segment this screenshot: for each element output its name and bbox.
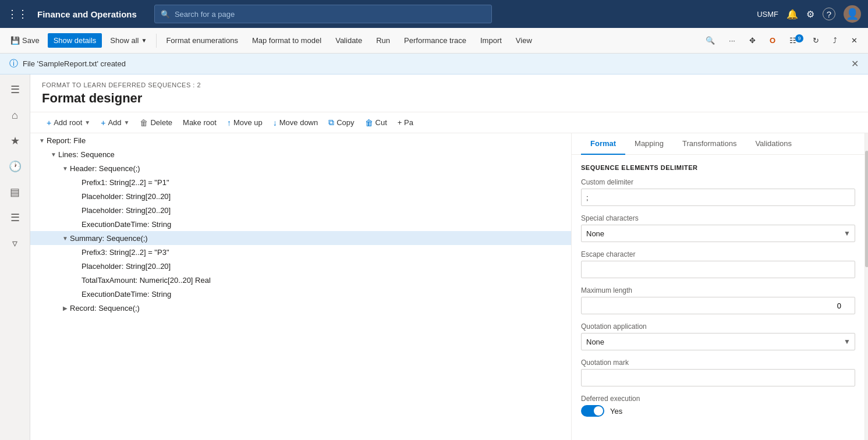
toolbar-apps-button[interactable]: ☷9 — [784, 33, 805, 48]
deferred-execution-toggle[interactable] — [581, 405, 604, 417]
info-message: File 'SampleReport.txt' created — [23, 59, 126, 68]
tree-item[interactable]: ▼Summary: Sequence(;) — [30, 231, 571, 245]
sidebar-icon-star[interactable]: ★ — [5, 130, 26, 151]
quotation-mark-group: Quotation mark — [581, 359, 855, 386]
cut-label: Cut — [375, 118, 387, 127]
tab-format[interactable]: Format — [581, 133, 625, 155]
special-characters-group: Special characters None CR LF CRLF ▼ — [581, 214, 855, 242]
escape-character-input[interactable] — [581, 261, 855, 278]
help-icon[interactable]: ? — [823, 8, 835, 20]
form-panel: SEQUENCE ELEMENTS DELIMITER Custom delim… — [572, 155, 865, 440]
cut-button[interactable]: 🗑 Cut — [360, 115, 392, 130]
right-scrollbar[interactable] — [865, 133, 868, 440]
performance-trace-button[interactable]: Performance trace — [398, 33, 472, 48]
toolbar-search-button[interactable]: 🔍 — [700, 33, 721, 48]
right-scrollbar-thumb[interactable] — [865, 151, 868, 267]
quotation-application-group: Quotation application None Always When n… — [581, 322, 855, 350]
delete-icon: 🗑 — [140, 118, 148, 127]
validate-button[interactable]: Validate — [330, 33, 368, 48]
view-button[interactable]: View — [510, 33, 538, 48]
tree-item[interactable]: Placeholder: String[20..20] — [30, 259, 571, 273]
tree-toggle[interactable]: ▶ — [61, 303, 70, 313]
tab-transformations[interactable]: Transformations — [673, 133, 746, 155]
tree-item[interactable]: Placeholder: String[20..20] — [30, 189, 571, 203]
tree-item[interactable]: ExecutionDateTime: String — [30, 287, 571, 301]
toolbar-close-button[interactable]: ✕ — [845, 33, 863, 48]
view-label: View — [516, 36, 532, 45]
add-button[interactable]: + Add ▼ — [96, 115, 134, 130]
run-button[interactable]: Run — [370, 33, 396, 48]
settings-icon[interactable]: ⚙ — [806, 9, 814, 20]
tree-item[interactable]: Prefix1: String[2..2] = "P1" — [30, 175, 571, 189]
toolbar-refresh-button[interactable]: ↻ — [807, 33, 825, 48]
move-up-button[interactable]: ↑ Move up — [222, 115, 267, 130]
tree-item[interactable]: Placeholder: String[20..20] — [30, 203, 571, 217]
info-bar: ⓘ File 'SampleReport.txt' created ✕ — [0, 54, 868, 74]
toolbar-office-button[interactable]: O — [764, 33, 781, 48]
sidebar-icon-table[interactable]: ▤ — [5, 182, 26, 203]
tree-item[interactable]: Prefix3: String[2..2] = "P3" — [30, 245, 571, 259]
add-root-button[interactable]: + Add root ▼ — [42, 115, 95, 130]
tab-validations[interactable]: Validations — [746, 133, 801, 155]
map-format-button[interactable]: Map format to model — [246, 33, 327, 48]
custom-delimiter-input[interactable] — [581, 189, 855, 206]
special-characters-select-wrapper: None CR LF CRLF ▼ — [581, 225, 855, 242]
tree-item[interactable]: TotalTaxAmount: Numeric[20..20] Real — [30, 273, 571, 287]
grid-icon[interactable]: ⋮⋮ — [7, 8, 28, 20]
search-placeholder: Search for a page — [175, 10, 235, 19]
sidebar-icon-menu[interactable]: ☰ — [5, 79, 26, 100]
add-label: Add — [108, 118, 121, 127]
make-root-button[interactable]: Make root — [178, 115, 221, 130]
notification-icon[interactable]: 🔔 — [786, 9, 798, 20]
validate-label: Validate — [335, 36, 362, 45]
import-button[interactable]: Import — [474, 33, 508, 48]
sidebar-icon-list[interactable]: ☰ — [5, 207, 26, 228]
show-all-label: Show all — [110, 36, 139, 45]
deferred-execution-group: Deferred execution Yes — [581, 395, 855, 417]
sidebar-icon-home[interactable]: ⌂ — [5, 105, 26, 126]
tree-item[interactable]: ExecutionDateTime: String — [30, 217, 571, 231]
save-label: Save — [22, 36, 40, 45]
delete-button[interactable]: 🗑 Delete — [135, 115, 177, 130]
user-label: USMF — [757, 10, 778, 19]
tree-toggle[interactable]: ▼ — [61, 233, 70, 243]
tree-item[interactable]: ▼Header: Sequence(;) — [30, 161, 571, 175]
more-actions-button[interactable]: + Pa — [393, 115, 418, 130]
toolbar-puzzle-button[interactable]: ✥ — [743, 33, 761, 48]
maximum-length-input[interactable] — [581, 297, 855, 314]
sidebar-icon-filter[interactable]: ▿ — [5, 233, 26, 254]
tree-toggle[interactable]: ▼ — [61, 164, 70, 173]
sidebar-icon-recent[interactable]: 🕐 — [5, 156, 26, 177]
tree-item-label: Placeholder: String[20..20] — [82, 206, 566, 215]
special-characters-select[interactable]: None CR LF CRLF — [581, 225, 855, 242]
format-enumerations-label: Format enumerations — [166, 36, 238, 45]
tree-toggle — [72, 191, 82, 201]
tree-item[interactable]: ▶Record: Sequence(;) — [30, 301, 571, 315]
search-bar[interactable]: 🔍 Search for a page — [154, 5, 492, 23]
show-all-button[interactable]: Show all ▼ — [104, 33, 153, 48]
avatar[interactable]: 👤 — [844, 5, 861, 23]
info-close-button[interactable]: ✕ — [851, 58, 859, 69]
toolbar-right: 🔍 ··· ✥ O ☷9 ↻ ⤴ ✕ — [700, 33, 863, 48]
tree-item[interactable]: ▼Report: File — [30, 133, 571, 147]
main-toolbar: 💾 Save Show details Show all ▼ Format en… — [0, 28, 868, 54]
show-details-button[interactable]: Show details — [48, 33, 102, 48]
quotation-application-select[interactable]: None Always When needed — [581, 333, 855, 350]
format-enumerations-button[interactable]: Format enumerations — [160, 33, 244, 48]
info-icon: ⓘ — [9, 58, 18, 69]
copy-button[interactable]: ⧉ Copy — [324, 115, 359, 130]
add-root-label: Add root — [54, 118, 82, 127]
tree-toggle[interactable]: ▼ — [49, 150, 58, 159]
move-down-button[interactable]: ↓ Move down — [268, 115, 323, 130]
toolbar-more-button[interactable]: ··· — [723, 33, 741, 48]
save-button[interactable]: 💾 Save — [5, 33, 45, 48]
tree-toggle — [72, 219, 82, 229]
tree-item[interactable]: ▼Lines: Sequence — [30, 147, 571, 161]
tree-toggle[interactable]: ▼ — [37, 136, 47, 145]
quotation-mark-input[interactable] — [581, 369, 855, 386]
tab-mapping[interactable]: Mapping — [625, 133, 673, 155]
tree-item-label: Placeholder: String[20..20] — [82, 262, 566, 271]
performance-trace-label: Performance trace — [404, 36, 466, 45]
toolbar-expand-button[interactable]: ⤴ — [827, 33, 843, 48]
breadcrumb: FORMAT TO LEARN DEFERRED SEQUENCES : 2 — [42, 81, 856, 88]
